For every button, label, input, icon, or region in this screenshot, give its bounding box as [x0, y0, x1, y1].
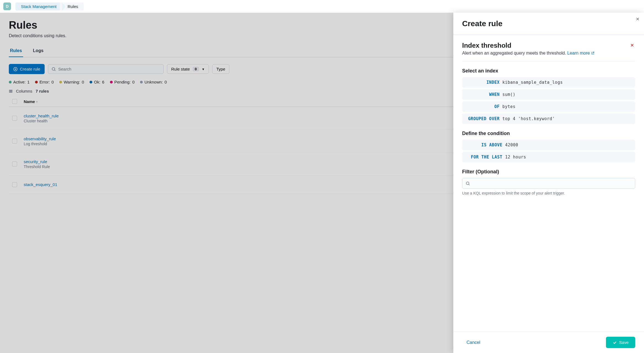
expr-is-above[interactable]: IS ABOVE42000: [462, 140, 635, 150]
type-label: Type: [216, 67, 225, 71]
expr-for-last[interactable]: FOR THE LAST12 hours: [462, 152, 635, 162]
rule-name-link[interactable]: observability_rule: [24, 136, 56, 141]
type-filter[interactable]: Type: [212, 64, 230, 74]
dot-icon: [90, 81, 92, 83]
expr-of[interactable]: OFbytes: [462, 101, 635, 112]
filter-input-wrapper[interactable]: [462, 178, 635, 189]
close-flyout-button[interactable]: [635, 16, 641, 23]
columns-label[interactable]: Columns: [16, 89, 32, 93]
cancel-button[interactable]: Cancel: [462, 337, 485, 348]
total-rules: 7 rules: [36, 89, 49, 93]
expr-index[interactable]: INDEXkibana_sample_data_logs: [462, 77, 635, 88]
dot-icon: [140, 81, 143, 83]
filter-help-text: Use a KQL expression to limit the scope …: [462, 191, 635, 195]
chevron-down-icon: ▼: [202, 68, 205, 71]
external-link-icon: [591, 52, 594, 55]
plus-circle-icon: [13, 67, 18, 71]
expr-grouped-over[interactable]: GROUPED OVERtop 4 'host.keyword': [462, 114, 635, 124]
tab-logs[interactable]: Logs: [32, 45, 45, 57]
close-icon: [636, 17, 640, 21]
row-checkbox[interactable]: [12, 182, 17, 187]
dot-icon: [9, 81, 12, 83]
search-icon: [52, 67, 56, 71]
flyout-footer: Cancel Save: [453, 332, 644, 353]
search-box[interactable]: [48, 64, 164, 74]
create-rule-flyout: Create rule Index threshold Alert when a…: [453, 13, 644, 353]
sort-ascending-icon: ↑: [36, 100, 38, 104]
rule-state-label: Rule state: [171, 67, 190, 71]
dot-icon: [35, 81, 38, 83]
rule-state-filter[interactable]: Rule state 0 ▼: [167, 64, 209, 74]
create-rule-button[interactable]: Create rule: [9, 64, 45, 74]
svg-point-1: [52, 68, 55, 70]
breadcrumb: D Stack Management Rules: [0, 0, 644, 13]
status-error[interactable]: Error: 0: [35, 80, 54, 84]
svg-point-9: [466, 182, 469, 185]
rule-type-label: Threshold Rule: [24, 165, 50, 169]
remove-rule-type-button[interactable]: [629, 42, 635, 50]
flyout-body: Index threshold Alert when an aggregated…: [453, 35, 644, 332]
breadcrumb-parent[interactable]: Stack Management: [15, 2, 62, 10]
svg-rect-3: [10, 90, 11, 92]
save-button[interactable]: Save: [606, 337, 635, 348]
row-checkbox[interactable]: [12, 139, 17, 144]
status-ok[interactable]: Ok: 6: [90, 80, 104, 84]
check-icon: [613, 340, 617, 345]
create-rule-label: Create rule: [20, 67, 40, 71]
rule-name-link[interactable]: security_rule: [24, 159, 50, 164]
close-icon: [630, 43, 634, 47]
filter-heading: Filter (Optional): [462, 169, 635, 175]
define-condition-heading: Define the condition: [462, 131, 635, 136]
flyout-title: Create rule: [462, 19, 635, 28]
dot-icon: [59, 81, 62, 83]
search-icon: [466, 181, 470, 186]
row-checkbox[interactable]: [12, 116, 17, 121]
status-active[interactable]: Active: 1: [9, 80, 29, 84]
svg-rect-4: [12, 90, 12, 92]
rule-state-count: 0: [193, 67, 199, 71]
rule-name-link[interactable]: cluster_health_rule: [24, 114, 59, 118]
select-all-checkbox[interactable]: [12, 99, 17, 104]
expr-when[interactable]: WHENsum(): [462, 89, 635, 100]
rule-type-description: Alert when an aggregated query meets the…: [462, 51, 635, 56]
status-pending[interactable]: Pending: 0: [110, 80, 135, 84]
tab-rules[interactable]: Rules: [9, 45, 23, 57]
col-name[interactable]: Name↑: [20, 96, 486, 107]
rule-type-title: Index threshold: [462, 42, 511, 49]
flyout-header: Create rule: [453, 13, 644, 35]
status-warning[interactable]: Warning: 0: [59, 80, 84, 84]
space-avatar[interactable]: D: [3, 2, 11, 10]
select-index-heading: Select an index: [462, 68, 635, 74]
rule-type-label: Cluster health: [24, 119, 59, 123]
dot-icon: [110, 81, 113, 83]
columns-icon[interactable]: [9, 89, 13, 93]
row-checkbox[interactable]: [12, 161, 17, 166]
rule-type-label: Log threshold: [24, 142, 56, 146]
learn-more-link[interactable]: Learn more: [567, 51, 594, 55]
status-unknown[interactable]: Unknown: 0: [140, 80, 167, 84]
search-input[interactable]: [58, 67, 160, 71]
kql-filter-input[interactable]: [472, 181, 632, 186]
rule-name-link[interactable]: stack_esquery_01: [24, 182, 57, 187]
svg-rect-2: [9, 90, 10, 92]
